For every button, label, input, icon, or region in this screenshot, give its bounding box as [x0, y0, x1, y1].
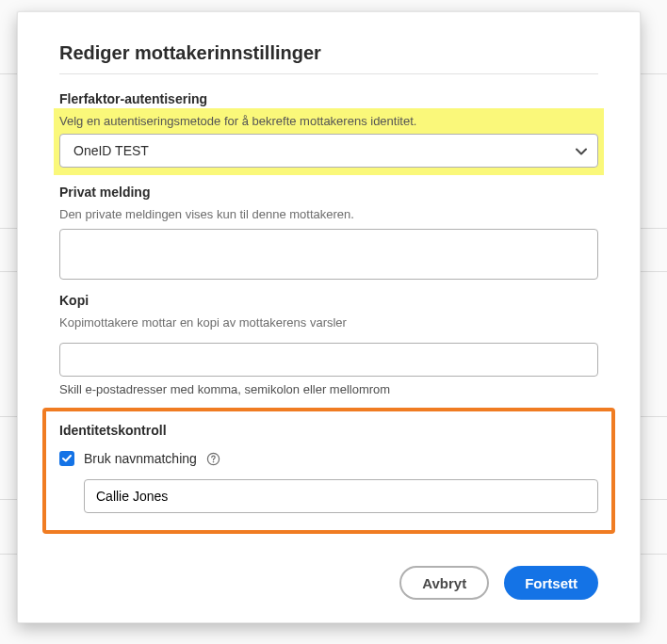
cancel-button[interactable]: Avbryt [399, 566, 489, 600]
svg-point-1 [213, 460, 215, 462]
copy-recipients-input[interactable] [59, 343, 598, 377]
mfa-section-label: Flerfaktor-autentisering [59, 91, 598, 106]
private-message-hint: Den private meldingen vises kun til denn… [59, 207, 598, 221]
name-matching-input[interactable] [84, 479, 598, 513]
mfa-method-select-button[interactable]: OneID TEST [59, 134, 598, 168]
private-message-textarea[interactable] [59, 229, 598, 280]
divider [59, 73, 598, 74]
modal-footer: Avbryt Fortsett [59, 536, 598, 600]
identity-check-highlight-box: Identitetskontroll Bruk navnmatching [42, 408, 615, 534]
private-message-label: Privat melding [59, 185, 598, 200]
help-icon[interactable] [206, 451, 221, 466]
checkmark-icon [62, 455, 72, 462]
name-matching-row: Bruk navnmatching [59, 451, 598, 466]
mfa-method-select[interactable]: OneID TEST [59, 134, 598, 168]
name-matching-label: Bruk navnmatching [84, 451, 197, 466]
modal-title: Rediger mottakerinnstillinger [59, 42, 598, 64]
name-matching-checkbox[interactable] [59, 451, 74, 466]
mfa-hint: Velg en autentiseringsmetode for å bekre… [59, 114, 598, 128]
edit-recipient-settings-modal: Rediger mottakerinnstillinger Flerfaktor… [17, 11, 641, 623]
continue-button[interactable]: Fortsett [504, 566, 598, 600]
copy-below-hint: Skill e-postadresser med komma, semikolo… [59, 382, 598, 396]
copy-section-label: Kopi [59, 293, 598, 308]
identity-section-label: Identitetskontroll [59, 423, 598, 438]
mfa-highlight-region: Velg en autentiseringsmetode for å bekre… [54, 108, 604, 175]
copy-hint: Kopimottakere mottar en kopi av mottaker… [59, 315, 598, 330]
